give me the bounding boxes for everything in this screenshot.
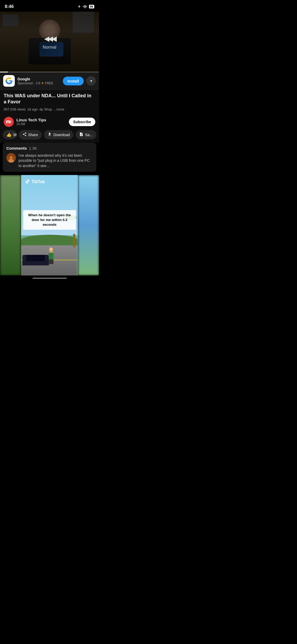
video-overlay: ◀◀◀ Normal (0, 12, 99, 72)
save-button[interactable]: Sa... (76, 130, 96, 139)
download-button[interactable]: Download (44, 130, 73, 139)
share-icon (22, 132, 27, 137)
shop-icon: 🛍 (39, 107, 43, 112)
like-count: 36K (13, 133, 17, 137)
comments-count: 1.3K (29, 146, 37, 150)
like-button[interactable]: 👍 36K (3, 130, 17, 139)
channel-name: Linus Tech Tips (16, 118, 46, 122)
comment-preview: I've always wondered why it's not been p… (6, 153, 93, 169)
share-button[interactable]: Share (19, 130, 42, 140)
status-bar: 8:46 ✈ 89 (0, 0, 99, 12)
download-label: Download (53, 133, 70, 137)
comments-header: Comments 1.3K (6, 146, 93, 150)
status-time: 8:46 (5, 4, 14, 9)
tiktok-center: When he doesn't open the door for me wit… (21, 175, 78, 275)
speed-label: Normal (43, 45, 56, 50)
save-icon (79, 132, 83, 137)
install-button[interactable]: Install (63, 77, 84, 85)
comment-text: I've always wondered why it's not been p… (18, 153, 93, 169)
ad-banner: Google Sponsored · 3.9 ★ FREE Install ▾ (0, 72, 99, 90)
view-count: 957,538 views (4, 107, 26, 111)
more-button[interactable]: ...more (54, 107, 64, 111)
channel-details: Linus Tech Tips 15.5M (16, 118, 46, 126)
video-player[interactable]: ◀◀◀ Normal (0, 12, 99, 72)
video-progress-fill (0, 72, 8, 72)
save-label: Sa... (85, 133, 93, 137)
comments-label: Comments (6, 146, 27, 150)
next-video-section[interactable]: When he doesn't open the door for me wit… (0, 175, 99, 275)
video-progress[interactable] (0, 72, 99, 72)
subscribe-button[interactable]: Subscribe (69, 118, 95, 126)
ad-rating: 3.9 (36, 81, 40, 85)
battery-icon: 89 (89, 5, 94, 8)
tiktok-logo-icon (25, 179, 30, 185)
home-indicator (0, 275, 99, 280)
comments-section[interactable]: Comments 1.3K I've always wondered why i… (3, 143, 96, 172)
ad-dropdown-button[interactable]: ▾ (86, 76, 96, 86)
rewind-control: ◀◀◀ (44, 35, 55, 43)
tiktok-brand-text: TikTok (32, 180, 45, 184)
ad-price: FREE (45, 81, 53, 85)
ad-info: Google Sponsored · 3.9 ★ FREE (17, 77, 60, 85)
tiktok-logo: TikTok (25, 179, 45, 185)
action-row: 👍 36K 👎 Share Download Sa... (0, 130, 99, 143)
ad-star: ★ (41, 81, 44, 85)
airplane-icon: ✈ (78, 4, 81, 9)
ad-app-name: Google (17, 77, 60, 81)
tiktok-right-blur (78, 175, 99, 275)
channel-row: LTT Linus Tech Tips 15.5M Subscribe (0, 117, 99, 130)
tiktok-video: When he doesn't open the door for me wit… (0, 175, 99, 275)
channel-subscribers: 15.5M (16, 122, 46, 126)
download-icon (48, 132, 52, 137)
wifi-icon (83, 4, 87, 9)
video-info: This WAS under NDA... Until I Called in … (0, 90, 99, 117)
channel-avatar: LTT (4, 117, 14, 127)
share-label: Share (28, 133, 38, 137)
home-bar (32, 278, 67, 279)
commenter-avatar (6, 153, 16, 163)
chevron-down-icon: ▾ (90, 79, 92, 83)
video-title: This WAS under NDA... Until I Called in … (4, 93, 95, 105)
tiktok-left-blur (0, 175, 21, 275)
upload-time: 1d ago (27, 107, 38, 111)
thumbs-up-icon: 👍 (6, 132, 12, 137)
ad-meta: Sponsored · 3.9 ★ FREE (17, 81, 60, 85)
google-app-icon (3, 75, 15, 87)
like-dislike-group: 👍 36K 👎 (3, 130, 17, 139)
channel-info[interactable]: LTT Linus Tech Tips 15.5M (4, 117, 46, 127)
ad-sponsored-label: Sponsored (17, 81, 33, 85)
video-meta: 957,538 views 1d ago 🛍 Shop ...more (4, 107, 95, 112)
svg-point-9 (11, 154, 15, 157)
shop-button[interactable]: 🛍 Shop (39, 107, 52, 112)
status-icons: ✈ 89 (78, 4, 94, 9)
tiktok-overlay-text: When he doesn't open the door for me wit… (23, 210, 76, 230)
shop-label: Shop (44, 107, 52, 111)
